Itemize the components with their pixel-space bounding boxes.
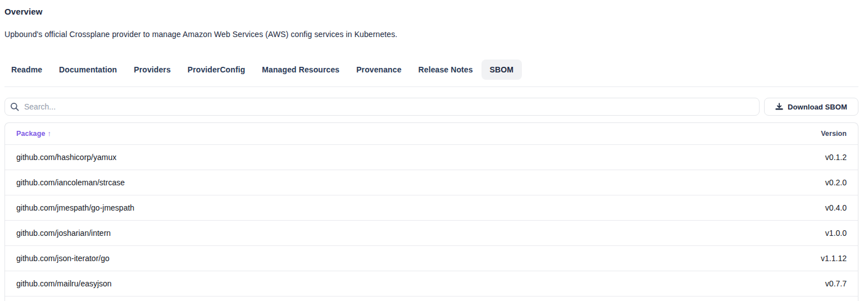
version-cell: v1.1.12: [640, 245, 858, 271]
package-cell: github.com/mailru/easyjson: [5, 271, 640, 296]
table-row: github.com/hashicorp/yamuxv0.1.2: [5, 144, 858, 170]
tab-providerconfig[interactable]: ProviderConfig: [179, 60, 254, 80]
version-cell: v0.2.0: [640, 170, 858, 195]
download-sbom-label: Download SBOM: [788, 103, 847, 111]
version-cell: v0.7.7: [640, 271, 858, 296]
table-row: github.com/iancoleman/strcasev0.2.0: [5, 170, 858, 195]
tab-release-notes[interactable]: Release Notes: [410, 60, 481, 80]
package-column-label: Package: [16, 130, 45, 138]
page-title: Overview: [4, 7, 858, 16]
page-description: Upbound's official Crossplane provider t…: [4, 30, 858, 39]
sbom-table-body: github.com/hashicorp/yamuxv0.1.2github.c…: [5, 144, 858, 301]
search-field-wrapper: [4, 98, 760, 116]
partial-cell: [5, 296, 858, 301]
package-cell: github.com/json-iterator/go: [5, 245, 640, 271]
package-cell: github.com/jmespath/go-jmespath: [5, 195, 640, 220]
download-sbom-button[interactable]: Download SBOM: [764, 98, 858, 116]
tab-bar-divider: [4, 86, 858, 87]
version-cell: v0.1.2: [640, 144, 858, 170]
package-cell: github.com/iancoleman/strcase: [5, 170, 640, 195]
sbom-table: Package↑ Version github.com/hashicorp/ya…: [5, 123, 858, 301]
tab-documentation[interactable]: Documentation: [51, 60, 125, 80]
sort-ascending-icon: ↑: [47, 129, 51, 138]
table-row: github.com/json-iterator/gov1.1.12: [5, 245, 858, 271]
tab-managed-resources[interactable]: Managed Resources: [253, 60, 348, 80]
version-cell: v0.4.0: [640, 195, 858, 220]
table-header-row: Package↑ Version: [5, 123, 858, 144]
sbom-table-card: Package↑ Version github.com/hashicorp/ya…: [4, 122, 858, 301]
tab-bar: ReadmeDocumentationProvidersProviderConf…: [3, 60, 858, 80]
version-column-label: Version: [821, 130, 847, 138]
version-cell: v1.0.0: [640, 220, 858, 245]
package-cell: github.com/josharian/intern: [5, 220, 640, 245]
tab-provenance[interactable]: Provenance: [348, 60, 410, 80]
page-content: Overview Upbound's official Crossplane p…: [0, 7, 863, 301]
table-row: github.com/josharian/internv1.0.0: [5, 220, 858, 245]
package-cell: github.com/hashicorp/yamux: [5, 144, 640, 170]
sbom-toolbar: Download SBOM: [4, 98, 858, 116]
column-header-version[interactable]: Version: [640, 123, 858, 144]
table-row: github.com/mailru/easyjsonv0.7.7: [5, 271, 858, 296]
table-row-partial: [5, 296, 858, 301]
tab-providers[interactable]: Providers: [125, 60, 179, 80]
tab-readme[interactable]: Readme: [3, 60, 51, 80]
tab-sbom[interactable]: SBOM: [481, 60, 522, 80]
column-header-package[interactable]: Package↑: [5, 123, 640, 144]
search-input[interactable]: [4, 98, 760, 116]
download-icon: [775, 103, 783, 111]
table-row: github.com/jmespath/go-jmespathv0.4.0: [5, 195, 858, 220]
